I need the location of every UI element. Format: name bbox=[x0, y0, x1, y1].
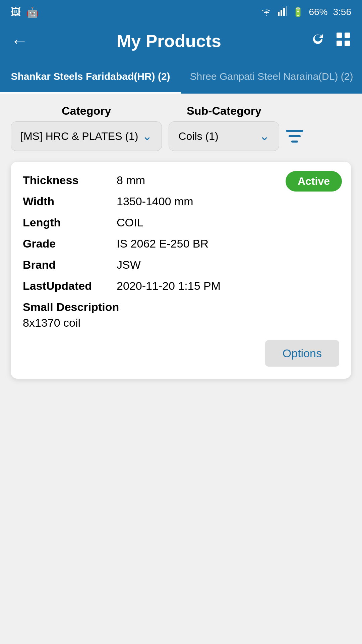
last-updated-row: LastUpdated 2020-11-20 1:15 PM bbox=[23, 279, 339, 292]
options-button[interactable]: Options bbox=[265, 340, 339, 367]
thickness-value: 8 mm bbox=[117, 174, 145, 187]
tab-shree[interactable]: Shree Ganpati Steel Naraina(DL) (2) bbox=[181, 60, 362, 94]
brand-row: Brand JSW bbox=[23, 258, 339, 271]
small-desc-value: 8x1370 coil bbox=[23, 316, 339, 329]
tab-bar: Shankar Steels Faridabad(HR) (2) Shree G… bbox=[0, 60, 362, 94]
subcategory-dropdown[interactable]: Coils (1) ⌄ bbox=[169, 121, 279, 151]
svg-rect-0 bbox=[278, 12, 280, 16]
svg-rect-6 bbox=[337, 41, 342, 46]
back-button[interactable]: ← bbox=[11, 31, 28, 51]
filter-icon-button[interactable] bbox=[286, 130, 303, 151]
grade-value: IS 2062 E-250 BR bbox=[117, 237, 208, 250]
signal-icon bbox=[278, 6, 287, 18]
svg-rect-10 bbox=[291, 141, 298, 143]
svg-rect-1 bbox=[281, 10, 282, 16]
svg-rect-5 bbox=[345, 33, 350, 38]
brand-value: JSW bbox=[117, 258, 141, 271]
tab-shankar[interactable]: Shankar Steels Faridabad(HR) (2) bbox=[0, 60, 181, 94]
page-title: My Products bbox=[28, 31, 310, 51]
svg-rect-7 bbox=[345, 41, 350, 46]
subcategory-filter-group: Sub-Category Coils (1) ⌄ bbox=[169, 104, 279, 151]
category-dropdown[interactable]: [MS] HRC & PLATES (1) ⌄ bbox=[11, 121, 162, 151]
thickness-label: Thickness bbox=[23, 174, 117, 187]
category-filter-group: Category [MS] HRC & PLATES (1) ⌄ bbox=[11, 104, 162, 151]
main-content: Category [MS] HRC & PLATES (1) ⌄ Sub-Cat… bbox=[0, 94, 362, 389]
top-nav: ← My Products bbox=[0, 24, 362, 60]
width-row: Width 1350-1400 mm bbox=[23, 195, 339, 208]
status-bar: 🖼 🤖 🔋 66% 3:56 bbox=[0, 0, 362, 24]
status-badge: Active bbox=[286, 171, 342, 192]
card-footer: Options bbox=[23, 340, 339, 367]
refresh-icon[interactable] bbox=[310, 31, 326, 51]
photo-icon: 🖼 bbox=[11, 6, 21, 18]
small-description-block: Small Description 8x1370 coil bbox=[23, 301, 339, 329]
svg-rect-4 bbox=[337, 33, 342, 38]
android-icon: 🤖 bbox=[26, 6, 39, 18]
svg-rect-3 bbox=[286, 6, 287, 16]
battery-icon: 🔋 bbox=[293, 7, 303, 17]
status-icons-right: 🔋 66% 3:56 bbox=[260, 6, 351, 18]
length-value: COIL bbox=[117, 216, 143, 229]
battery-percent: 66% bbox=[309, 7, 327, 17]
svg-rect-9 bbox=[289, 135, 301, 137]
subcategory-label: Sub-Category bbox=[169, 104, 279, 117]
width-value: 1350-1400 mm bbox=[117, 195, 193, 208]
brand-label: Brand bbox=[23, 258, 117, 271]
grid-icon[interactable] bbox=[335, 31, 351, 51]
category-chevron-down-icon: ⌄ bbox=[142, 129, 152, 143]
category-dropdown-value: [MS] HRC & PLATES (1) bbox=[20, 130, 138, 143]
subcategory-dropdown-value: Coils (1) bbox=[178, 130, 255, 143]
length-row: Length COIL bbox=[23, 216, 339, 229]
filter-lines-icon bbox=[286, 130, 303, 148]
wifi-icon bbox=[260, 6, 273, 18]
grade-row: Grade IS 2062 E-250 BR bbox=[23, 237, 339, 250]
grade-label: Grade bbox=[23, 237, 117, 250]
last-updated-value: 2020-11-20 1:15 PM bbox=[117, 279, 221, 292]
length-label: Length bbox=[23, 216, 117, 229]
product-card: Active Thickness 8 mm Width 1350-1400 mm… bbox=[11, 162, 351, 379]
svg-rect-2 bbox=[283, 8, 285, 16]
category-label: Category bbox=[11, 104, 162, 117]
small-desc-label: Small Description bbox=[23, 301, 339, 314]
time-display: 3:56 bbox=[333, 7, 352, 17]
filter-row: Category [MS] HRC & PLATES (1) ⌄ Sub-Cat… bbox=[11, 104, 351, 151]
last-updated-label: LastUpdated bbox=[23, 279, 117, 292]
width-label: Width bbox=[23, 195, 117, 208]
subcategory-chevron-down-icon: ⌄ bbox=[259, 129, 269, 143]
nav-actions bbox=[310, 31, 351, 51]
status-icons-left: 🖼 🤖 bbox=[11, 6, 39, 18]
svg-rect-8 bbox=[286, 130, 303, 132]
